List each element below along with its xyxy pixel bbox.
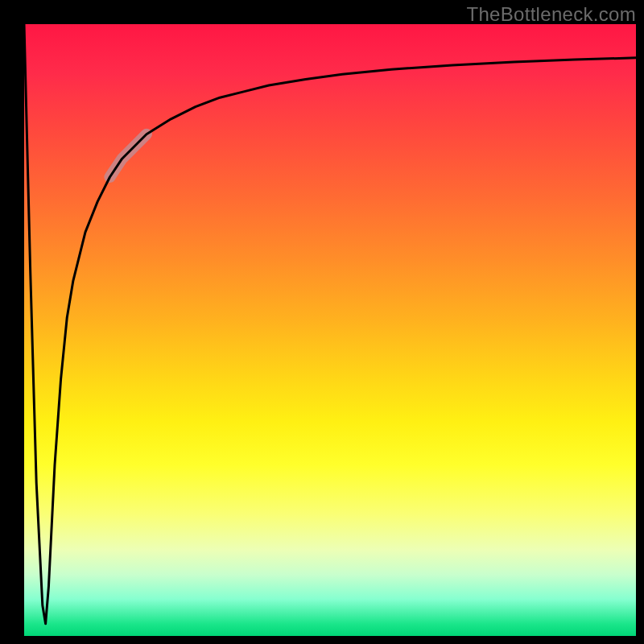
plot-gradient-area xyxy=(24,24,636,636)
chart-frame: TheBottleneck.com xyxy=(0,0,644,644)
watermark-text: TheBottleneck.com xyxy=(466,3,636,26)
bottleneck-curve xyxy=(24,24,636,624)
curve-svg xyxy=(24,24,636,636)
